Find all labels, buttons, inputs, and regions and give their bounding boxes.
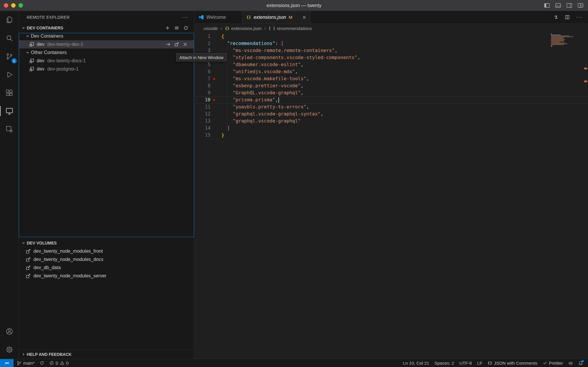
code-line[interactable]: 6 "unifiedjs.vscode-mdx",	[195, 68, 588, 75]
minimap-line	[551, 37, 564, 38]
json-file-icon: {}	[225, 26, 230, 31]
code-line[interactable]: 10 "prisma.prisma",	[195, 96, 588, 103]
dev-volumes-header[interactable]: DEV VOLUMES	[19, 239, 194, 247]
formatter-item[interactable]: Prettier	[540, 359, 566, 367]
notifications-bell-icon[interactable]	[576, 359, 586, 367]
container-icon	[29, 66, 34, 72]
extensions-icon[interactable]	[0, 84, 19, 102]
code-line[interactable]: 5 "dbaeumer.vscode-eslint",	[195, 61, 588, 68]
code-lines[interactable]: 1{2 "recommendations": [3 "ms-vscode-rem…	[195, 33, 588, 359]
activity-bar: 1	[0, 11, 19, 359]
toggle-secondary-sidebar-icon[interactable]	[567, 3, 572, 8]
minimap[interactable]	[551, 34, 583, 47]
toggle-primary-sidebar-icon[interactable]	[544, 3, 550, 8]
line-number: 5	[195, 61, 211, 68]
refresh-icon[interactable]	[183, 26, 188, 30]
cursor-position-item[interactable]: Ln 10, Col 21	[400, 359, 432, 367]
options-icon[interactable]	[174, 26, 179, 30]
group-dev-containers[interactable]: Dev Containers	[19, 32, 194, 40]
breadcrumb-file[interactable]: {}extensions.json	[225, 26, 262, 31]
group-other-containers[interactable]: Other Containers	[19, 48, 194, 57]
tab-welcome[interactable]: Welcome	[195, 11, 242, 24]
code-line[interactable]: 15}	[195, 132, 588, 139]
search-icon[interactable]	[0, 29, 19, 47]
minimize-window-button[interactable]	[11, 3, 16, 8]
attach-icon[interactable]	[166, 42, 171, 47]
editor-more-actions-icon[interactable]: ···	[576, 14, 583, 20]
close-tab-icon[interactable]	[302, 15, 306, 19]
section-dev-containers[interactable]: DEV CONTAINERS	[19, 24, 194, 32]
close-window-button[interactable]	[4, 3, 8, 8]
json-file-icon: {}	[246, 15, 251, 19]
tab-extensions-json[interactable]: {} extensions.json M	[242, 11, 311, 24]
code-line[interactable]: 3 "ms-vscode-remote.remote-containers",	[195, 47, 588, 54]
breadcrumb-folder[interactable]: .vscode	[203, 26, 218, 31]
git-branch-item[interactable]: main*	[14, 359, 37, 367]
views-more-actions-icon[interactable]: ···	[182, 14, 189, 20]
code-line[interactable]: 14 ]	[195, 125, 588, 132]
vscode-logo-icon	[199, 15, 204, 20]
volume-row[interactable]: dev_twenty_node_modules_server	[19, 272, 194, 280]
code-text: "unifiedjs.vscode-mdx",	[221, 68, 298, 75]
accounts-icon[interactable]	[0, 322, 19, 341]
code-text: "graphql.vscode-graphql"	[221, 118, 301, 125]
container-row-dev-twenty-docs-1[interactable]: dev dev-twenty-docs-1	[19, 57, 194, 65]
minimap-line	[551, 44, 564, 45]
explorer-icon[interactable]	[0, 11, 19, 29]
code-line[interactable]: 4 "styled-components.vscode-styled-compo…	[195, 54, 588, 61]
volume-icon	[26, 257, 31, 262]
volume-row[interactable]: dev_twenty_node_modules_front	[19, 247, 194, 255]
zoom-window-button[interactable]	[19, 3, 23, 8]
split-editor-icon[interactable]	[565, 15, 570, 20]
volume-row[interactable]: dev_twenty_node_modules_docs	[19, 255, 194, 264]
code-line[interactable]: 13 "graphql.vscode-graphql"	[195, 118, 588, 125]
code-text: "esbenp.prettier-vscode",	[221, 82, 303, 89]
code-text: "ms-vscode.makefile-tools",	[221, 75, 309, 82]
customize-layout-icon[interactable]	[578, 3, 583, 8]
minimap-line	[551, 41, 564, 41]
breadcrumb-symbol[interactable]: [ ]recommendations	[269, 26, 312, 31]
open-changes-icon[interactable]	[554, 15, 559, 20]
remote-explorer-icon[interactable]	[0, 102, 19, 120]
code-line[interactable]: 2 "recommendations": [	[195, 40, 588, 47]
line-marker-icon	[211, 75, 221, 82]
toggle-panel-icon[interactable]	[555, 3, 561, 8]
editor-area: Welcome {} extensions.json M ··· .vscode…	[195, 11, 588, 359]
settings-gear-icon[interactable]	[0, 341, 19, 359]
remote-indicator[interactable]: ><	[0, 359, 14, 367]
encoding-item[interactable]: UTF-8	[457, 359, 475, 367]
eol-item[interactable]: LF	[475, 359, 485, 367]
minimap-line	[551, 36, 570, 36]
source-control-icon[interactable]: 1	[0, 47, 19, 66]
container-row-dev-postgres-1[interactable]: dev dev-postgres-1	[19, 65, 194, 73]
run-debug-icon[interactable]	[0, 66, 19, 84]
code-line[interactable]: 1{	[195, 33, 588, 40]
volume-icon	[26, 273, 31, 279]
code-line[interactable]: 8 "esbenp.prettier-vscode",	[195, 82, 588, 89]
gutter-space	[211, 125, 221, 132]
sync-changes-item[interactable]	[37, 359, 47, 367]
code-text: "dbaeumer.vscode-eslint",	[221, 61, 303, 68]
chevron-down-icon	[26, 34, 29, 38]
gutter-space	[211, 68, 221, 75]
close-icon[interactable]	[183, 42, 188, 47]
help-and-feedback-header[interactable]: HELP AND FEEDBACK	[19, 350, 194, 359]
problems-item[interactable]: 0 0	[47, 359, 71, 367]
language-mode-item[interactable]: {} JSON with Comments	[485, 359, 540, 367]
status-extra-icon[interactable]	[566, 359, 576, 367]
chevron-down-icon	[22, 241, 25, 245]
code-line[interactable]: 11 "yoavbls.pretty-ts-errors",	[195, 103, 588, 110]
window-title: extensions.json — twenty	[266, 3, 321, 8]
code-line[interactable]: 7 "ms-vscode.makefile-tools",	[195, 75, 588, 82]
attach-new-window-icon[interactable]	[174, 42, 179, 47]
code-line[interactable]: 9 "GraphQL.vscode-graphql",	[195, 89, 588, 96]
volume-row[interactable]: dev_db_data	[19, 264, 194, 272]
code-line[interactable]: 12 "graphql.vscode-graphql-syntax",	[195, 110, 588, 118]
containers-icon[interactable]	[0, 120, 19, 138]
container-row-dev-twenty-dev-1[interactable]: dev dev-twenty-dev-1	[19, 40, 194, 48]
status-bar: >< main* 0 0 Ln 10, Col 21 Spaces: 2 UTF…	[0, 359, 588, 367]
code-text: "yoavbls.pretty-ts-errors",	[221, 103, 309, 110]
code-text: ]	[221, 125, 230, 132]
indentation-item[interactable]: Spaces: 2	[432, 359, 457, 367]
add-devcontainer-icon[interactable]	[165, 26, 170, 30]
